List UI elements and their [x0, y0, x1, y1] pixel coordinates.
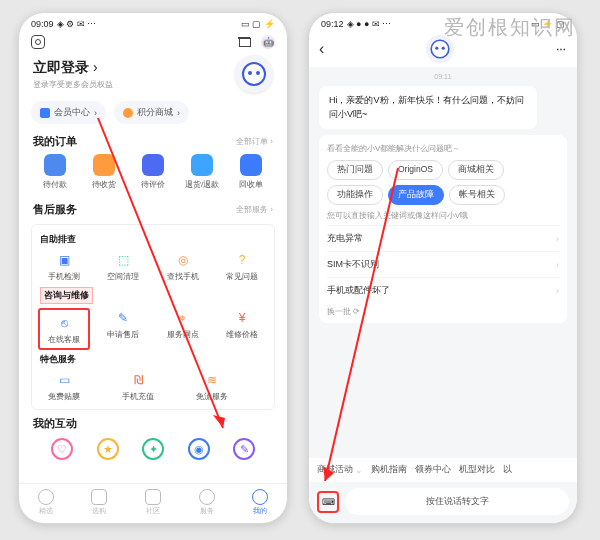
chip-hot[interactable]: 热门问题	[327, 160, 383, 180]
login-title: 立即登录 ›	[33, 59, 113, 77]
tab-shop[interactable]: 选购	[91, 489, 107, 516]
featured-icon	[38, 489, 54, 505]
recharge-icon: ₪	[128, 370, 148, 390]
chip-originos[interactable]: OriginOS	[388, 160, 443, 180]
aftersale-title: 售后服务	[33, 202, 77, 217]
all-services-link[interactable]: 全部服务 ›	[236, 204, 273, 215]
order-pending-pay[interactable]: 待付款	[33, 154, 77, 190]
svc-recharge[interactable]: ₪手机充值	[112, 370, 164, 402]
status-icons: ◈ ⚙ ✉ ⋯	[57, 19, 97, 29]
tab-service[interactable]: 服务	[199, 489, 215, 516]
settings-icon[interactable]	[31, 35, 45, 49]
headset-icon: ⎋	[54, 313, 74, 333]
quick-more[interactable]: 以	[503, 464, 512, 476]
chat-body: 09:11 Hi，亲爱的V粉，新年快乐！有什么问题，不妨问问小V吧~ 看看全能的…	[309, 67, 577, 458]
quick-coupon[interactable]: 领券中心	[415, 464, 451, 476]
chevron-right-icon: ›	[556, 260, 559, 270]
chevron-down-icon: ⌄	[355, 465, 363, 475]
interact-5[interactable]: ✎	[233, 438, 255, 460]
svc-service-point[interactable]: ⌖服务网点	[157, 308, 209, 350]
member-center-pill[interactable]: 会员中心 ›	[31, 101, 106, 124]
quick-buying-guide[interactable]: 购机指南	[371, 464, 407, 476]
shop-icon	[91, 489, 107, 505]
more-button[interactable]: ⋯	[556, 44, 567, 55]
interact-title: 我的互动	[33, 416, 77, 431]
chip-account[interactable]: 帐号相关	[449, 185, 505, 205]
svc-phone-check[interactable]: ▣手机检测	[38, 250, 90, 282]
cart-icon[interactable]	[237, 35, 251, 49]
interact-1[interactable]: ♡	[51, 438, 73, 460]
interact-4[interactable]: ◉	[188, 438, 210, 460]
chip-mall[interactable]: 商城相关	[448, 160, 504, 180]
interact-3[interactable]: ✦	[142, 438, 164, 460]
svc-repair-price[interactable]: ¥维修价格	[216, 308, 268, 350]
status-right-icons: ▭ ▢ ⚡	[241, 19, 275, 29]
q-charging[interactable]: 充电异常›	[327, 225, 559, 251]
review-icon	[142, 154, 164, 176]
assistant-icon[interactable]: 🤖	[261, 35, 275, 49]
greeting-bubble: Hi，亲爱的V粉，新年快乐！有什么问题，不妨问问小V吧~	[319, 86, 537, 129]
order-pending-review[interactable]: 待评价	[131, 154, 175, 190]
refresh-button[interactable]: 换一批 ⟳	[327, 306, 559, 317]
timestamp: 09:11	[319, 73, 567, 80]
phone-check-icon: ▣	[54, 250, 74, 270]
orders-title: 我的订单	[33, 134, 77, 149]
interact-2[interactable]: ★	[97, 438, 119, 460]
tab-bar: 精选 选购 社区 服务 我的	[19, 483, 287, 523]
phone-left: 09:09 ◈ ⚙ ✉ ⋯ ▭ ▢ ⚡ 🤖 立即登录 › 登录享受更多会员权益	[18, 12, 288, 524]
chip-fault[interactable]: 产品故障	[388, 185, 444, 205]
q-sim[interactable]: SIM卡不识别›	[327, 251, 559, 277]
points-mall-pill[interactable]: 积分商城 ›	[114, 101, 189, 124]
svc-faq[interactable]: ?常见问题	[216, 250, 268, 282]
quick-compare[interactable]: 机型对比	[459, 464, 495, 476]
clean-icon: ⬚	[113, 250, 133, 270]
points-label: 积分商城	[137, 106, 173, 119]
keyboard-toggle-button[interactable]: ⌨	[317, 491, 339, 513]
svc-space-clean[interactable]: ⬚空间清理	[97, 250, 149, 282]
recycle-icon	[240, 154, 262, 176]
community-icon	[145, 489, 161, 505]
member-label: 会员中心	[54, 106, 90, 119]
points-icon	[123, 108, 133, 118]
quick-mall-activity[interactable]: 商城活动⌄	[317, 464, 363, 476]
status-time: 09:12	[321, 19, 344, 29]
keyboard-icon: ⌨	[322, 497, 335, 507]
service-icon	[199, 489, 215, 505]
svc-online-service[interactable]: ⎋在线客服	[38, 308, 90, 350]
order-pending-receive[interactable]: 待收货	[82, 154, 126, 190]
login-subtitle: 登录享受更多会员权益	[33, 79, 113, 90]
voice-input-button[interactable]: 按住说话转文字	[345, 488, 569, 515]
svc-apply-aftersale[interactable]: ✎申请售后	[97, 308, 149, 350]
avatar[interactable]	[235, 55, 273, 93]
chevron-right-icon: ›	[556, 286, 559, 296]
assistant-avatar[interactable]	[426, 35, 454, 63]
faq-hint: 您可以直接输入关键词或像这样问小V哦	[327, 211, 559, 221]
svc-free-film[interactable]: ▭免费贴膜	[38, 370, 90, 402]
data-icon: ≋	[202, 370, 222, 390]
back-button[interactable]: ‹	[319, 40, 324, 58]
tab-featured[interactable]: 精选	[38, 489, 54, 516]
q-broken[interactable]: 手机或配件坏了›	[327, 277, 559, 303]
svc-find-phone[interactable]: ◎查找手机	[157, 250, 209, 282]
login-row[interactable]: 立即登录 › 登录享受更多会员权益	[19, 53, 287, 97]
input-bar: ⌨ 按住说话转文字	[309, 482, 577, 523]
phone-right: 09:12 ◈ ● ● ✉ ⋯ ▭ ⚡ ▢ ‹ ⋯ 09:11 Hi，亲爱的V粉…	[308, 12, 578, 524]
locate-icon: ◎	[173, 250, 193, 270]
faq-icon: ?	[232, 250, 252, 270]
tab-mine[interactable]: 我的	[252, 489, 268, 516]
faq-card: 看看全能的小V都能解决什么问题吧～ 热门问题 OriginOS 商城相关 功能操…	[319, 135, 567, 323]
order-refund[interactable]: 退货/退款	[180, 154, 224, 190]
status-time: 09:09	[31, 19, 54, 29]
price-icon: ¥	[232, 308, 252, 328]
self-check-subtitle: 自助排查	[40, 233, 268, 246]
mine-icon	[252, 489, 268, 505]
tab-community[interactable]: 社区	[145, 489, 161, 516]
svc-free-data[interactable]: ≋免流服务	[186, 370, 238, 402]
all-orders-link[interactable]: 全部订单 ›	[236, 136, 273, 147]
order-recycle[interactable]: 回收单	[229, 154, 273, 190]
member-icon	[40, 108, 50, 118]
chip-function[interactable]: 功能操作	[327, 185, 383, 205]
wallet-icon	[44, 154, 66, 176]
refund-icon	[191, 154, 213, 176]
form-icon: ✎	[113, 308, 133, 328]
